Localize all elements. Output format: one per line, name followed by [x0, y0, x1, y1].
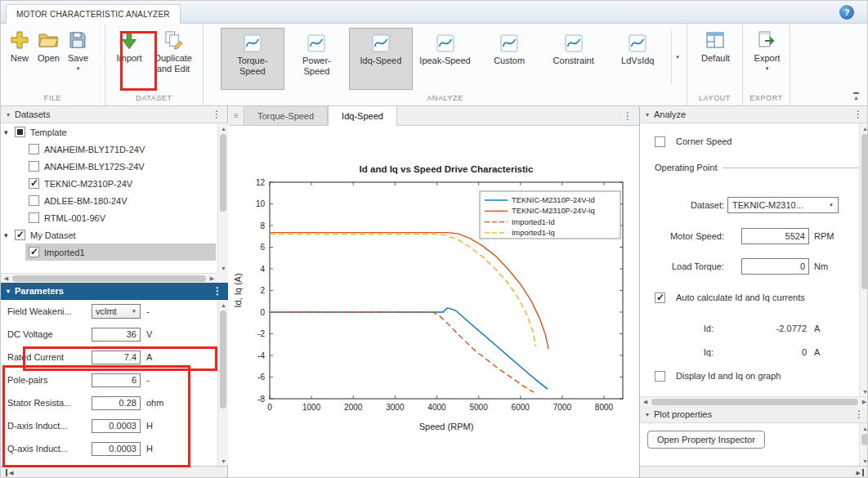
analyze-torque-speed-button[interactable]: Torque- Speed	[221, 28, 284, 90]
export-section-label: EXPORT	[743, 92, 790, 105]
checkbox-anaheim-bly172s[interactable]	[29, 161, 39, 172]
checkbox-imported1[interactable]	[29, 247, 39, 257]
open-property-inspector-button[interactable]: Open Property Inspector	[647, 431, 765, 449]
analyze-ldvsidq-button[interactable]: LdVsIdq	[606, 28, 669, 90]
svg-text:8: 8	[260, 221, 265, 230]
app-tab[interactable]: MOTOR CHARACTERISTIC ANALYZER	[6, 4, 181, 24]
tree-expand-icon[interactable]: ▾	[4, 231, 15, 239]
rated-current-field[interactable]: 7.4	[92, 351, 141, 364]
open-button[interactable]: Open	[34, 27, 64, 64]
motor-speed-field[interactable]: 5524	[741, 228, 809, 244]
load-torque-field[interactable]: 0	[741, 258, 809, 275]
export-button[interactable]: Export ▾	[750, 27, 785, 71]
checkbox-anaheim-bly171d[interactable]	[29, 144, 39, 154]
d-axis-inductance-field[interactable]: 0.0003	[92, 419, 141, 433]
checkbox-adlee-bm-180[interactable]	[29, 195, 39, 206]
parameters-vertical-scrollbar[interactable]: ▲ ▼	[217, 300, 228, 466]
checkbox-my-dataset[interactable]	[15, 230, 25, 240]
scroll-down-icon[interactable]: ▼	[218, 263, 229, 273]
default-layout-button[interactable]: Default	[697, 27, 734, 64]
gallery-dropdown-icon[interactable]: ▾	[671, 30, 683, 84]
stator-resistance-field[interactable]: 0.28	[92, 396, 141, 410]
analyze-vertical-scrollbar[interactable]: ▲ ▼	[859, 123, 868, 396]
tree-item-imported1[interactable]: Imported1	[1, 243, 217, 261]
svg-text:Speed (RPM): Speed (RPM)	[419, 422, 474, 431]
tree-item-adlee-bm-180[interactable]: ADLEE-BM-180-24V	[1, 192, 217, 209]
parameter-label: Rated Current	[7, 352, 85, 362]
display-id-iq-checkbox[interactable]	[655, 371, 665, 382]
tree-item-rtml-001[interactable]: RTML-001-96V	[1, 209, 217, 226]
scroll-right-icon[interactable]: ▶	[859, 397, 868, 407]
tree-item-anaheim-bly172s[interactable]: ANAHEIM-BLY172S-24V	[1, 158, 217, 175]
panel-menu-icon[interactable]: ⋮	[212, 110, 221, 118]
panel-menu-icon[interactable]: ⋮	[213, 287, 222, 295]
dc-voltage-field[interactable]: 36	[92, 328, 141, 342]
tab-idq-speed[interactable]: Idq-Speed	[328, 106, 397, 126]
collapse-toolstrip-icon[interactable]: ▲	[853, 92, 859, 101]
plot-properties-scrollbar[interactable]: ▲ ▼	[859, 423, 868, 466]
scroll-left-icon[interactable]: ◀	[1, 274, 11, 284]
parameter-label: D-axis Induct...	[7, 421, 85, 431]
datasets-vertical-scrollbar[interactable]: ▲ ▼	[217, 123, 228, 273]
save-button[interactable]: Save ▾	[64, 27, 92, 71]
collapse-panel-icon[interactable]: ▾	[7, 288, 10, 295]
scroll-up-icon[interactable]: ▲	[860, 423, 868, 433]
tree-item-anaheim-bly171d[interactable]: ANAHEIM-BLY171D-24V	[1, 141, 217, 158]
collapse-right-panel-icon[interactable]: ▶	[857, 469, 864, 476]
scroll-down-icon[interactable]: ▼	[860, 456, 868, 466]
checkbox-teknic-m2310p[interactable]	[29, 178, 39, 189]
analyze-power-speed-button[interactable]: Power- Speed	[285, 28, 349, 90]
help-button[interactable]: ?	[839, 5, 854, 20]
analyze-idq-speed-button[interactable]: Idq-Speed	[349, 28, 413, 90]
analyze-constraint-button[interactable]: Constraint	[542, 28, 606, 90]
gallery-item-label: Custom	[494, 56, 525, 66]
analyze-section-label: ANALYZE	[204, 92, 687, 105]
analyze-panel-header[interactable]: ▾ Analyze ⋮	[640, 106, 868, 123]
parameters-panel-header[interactable]: ▾ Parameters ⋮	[1, 283, 228, 300]
analyze-ipeak-speed-button[interactable]: Ipeak-Speed	[414, 28, 477, 90]
datasets-panel-header[interactable]: ▾ Datasets ⋮	[1, 106, 227, 123]
figure-area: Id and Iq vs Speed Drive Characteristic0…	[229, 126, 639, 478]
scroll-down-icon[interactable]: ▼	[218, 456, 229, 466]
auto-calculate-checkbox[interactable]	[655, 293, 665, 303]
duplicate-and-edit-button[interactable]: Duplicate and Edit	[148, 27, 199, 74]
gallery-item-label: LdVsIdq	[621, 56, 654, 66]
tree-item-template[interactable]: ▾ Template	[1, 123, 217, 141]
collapse-panel-icon[interactable]: ▾	[7, 111, 10, 118]
tree-item-label: Imported1	[44, 248, 85, 257]
panel-menu-icon[interactable]: ⋮	[853, 110, 863, 118]
new-button[interactable]: New	[6, 27, 34, 64]
scroll-up-icon[interactable]: ▲	[218, 300, 229, 310]
tree-item-my-dataset[interactable]: ▾ My Dataset	[1, 226, 217, 243]
panel-menu-icon[interactable]: ⋮	[854, 410, 864, 418]
corner-speed-checkbox[interactable]	[655, 136, 665, 147]
tab-torque-speed[interactable]: Torque-Speed	[244, 106, 328, 125]
collapse-left-panel-icon[interactable]: ◀	[6, 469, 13, 476]
collapse-panel-icon[interactable]: ▾	[646, 111, 649, 118]
checkbox-rtml-001[interactable]	[29, 212, 39, 223]
parameter-unit: H	[146, 421, 153, 431]
analyze-custom-button[interactable]: Custom	[477, 28, 541, 90]
scroll-up-icon[interactable]: ▲	[218, 123, 229, 133]
scroll-down-icon[interactable]: ▼	[860, 386, 868, 396]
load-torque-row: Load Torque: 0 Nm	[640, 258, 859, 275]
datasets-horizontal-scrollbar[interactable]: ◀ ▶	[1, 273, 217, 283]
scroll-right-icon[interactable]: ▶	[207, 274, 217, 284]
import-button[interactable]: Import	[110, 27, 148, 64]
analyze-horizontal-scrollbar[interactable]: ◀ ▶	[640, 396, 868, 406]
tree-item-teknic-m2310p[interactable]: TEKNIC-M2310P-24V	[1, 175, 217, 192]
collapse-panel-icon[interactable]: ▾	[646, 411, 649, 418]
field-weakening-dropdown[interactable]: vclmt ▼	[92, 304, 141, 319]
plot-properties-header[interactable]: ▾ Plot properties ⋮	[640, 406, 868, 423]
scroll-up-icon[interactable]: ▲	[860, 123, 868, 133]
tree-expand-icon[interactable]: ▾	[4, 128, 15, 136]
pole-pairs-field[interactable]: 6	[92, 373, 141, 387]
scroll-left-icon[interactable]: ◀	[640, 397, 651, 407]
q-axis-inductance-field[interactable]: 0.0003	[92, 442, 141, 456]
svg-text:0: 0	[267, 403, 272, 412]
dataset-dropdown[interactable]: TEKNIC-M2310... ▼	[727, 197, 839, 213]
checkbox-template[interactable]	[15, 127, 25, 137]
datasets-tree: ▾ Template ANAHEIM-BLY171D-24V ANAHEIM-B…	[1, 123, 228, 283]
document-options-icon[interactable]: ⋮	[616, 106, 639, 125]
iq-label: Iq:	[640, 347, 714, 357]
